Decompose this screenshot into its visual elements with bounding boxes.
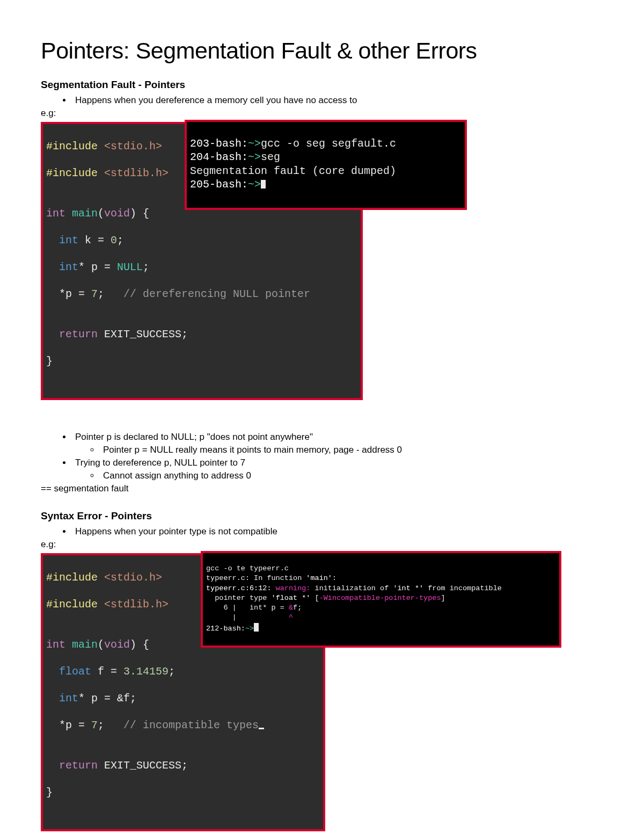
code-token: ) { — [130, 207, 149, 220]
page-title: Pointers: Segmentation Fault & other Err… — [41, 38, 603, 64]
term-token: : — [332, 574, 336, 582]
code-token: <stdlib.h> — [98, 167, 169, 179]
code-token: <stdlib.h> — [98, 598, 169, 611]
code-token: *p = — [46, 719, 91, 731]
code-token: } — [46, 786, 320, 799]
code-token: <stdio.h> — [98, 571, 162, 584]
term-token: 6 | int* p = — [206, 604, 289, 612]
term-token: 203-bash: — [190, 137, 248, 150]
code-token: EXIT_SUCCESS; — [98, 759, 188, 772]
term-token: | — [206, 613, 289, 621]
list-item: Pointer p = NULL really means it points … — [100, 445, 603, 455]
code-token: main — [65, 207, 98, 220]
list-item: Happens when you dereference a memory ce… — [72, 95, 603, 106]
term-token: -Wincompatible-pointer-types — [319, 594, 441, 602]
code-token: 7 — [91, 288, 98, 300]
code-token: } — [46, 354, 357, 368]
term-token: warning: — [276, 584, 315, 592]
list: Happens when you dereference a memory ce… — [41, 95, 603, 106]
sublist: Cannot assign anything to address 0 — [41, 470, 603, 481]
code-token: * p = &f; — [78, 692, 136, 705]
code-token: ; — [143, 261, 149, 273]
cursor-icon — [261, 180, 266, 188]
term-token: ~> — [245, 625, 254, 633]
term-token: 'float *' — [272, 594, 311, 602]
code-example-segfault: #include <stdio.h> #include <stdlib.h> i… — [41, 122, 363, 400]
code-token: int — [46, 639, 65, 651]
term-token: pointer type — [206, 594, 272, 602]
code-token: ) { — [130, 639, 149, 651]
term-token: 212-bash: — [206, 625, 245, 633]
term-token: initialization of — [315, 584, 393, 592]
term-token: f; — [293, 604, 302, 612]
term-token: 204-bash: — [190, 151, 248, 163]
code-token: f = — [91, 665, 123, 678]
section-heading-segfault: Segmentation Fault - Pointers — [41, 79, 603, 91]
term-token: & — [289, 604, 293, 612]
code-token: int — [46, 207, 65, 220]
cursor-icon — [259, 728, 264, 729]
label-eg: e.g: — [41, 539, 603, 550]
code-token: 3.14159 — [123, 665, 169, 678]
code-token: ; — [169, 665, 175, 678]
term-token: gcc -o te typeerr.c — [206, 564, 289, 572]
code-token: 0 — [111, 234, 117, 246]
term-token: ~> — [248, 151, 261, 163]
term-token: ~> — [248, 137, 261, 150]
list-item: Happens when your pointer type is not co… — [72, 526, 603, 537]
code-token: void — [104, 207, 130, 220]
term-token: ] — [441, 594, 445, 602]
code-token: NULL — [117, 261, 143, 273]
code-token: main — [65, 639, 98, 651]
term-token: from incompatible — [423, 584, 502, 592]
term-token: 205-bash: — [190, 178, 248, 191]
term-token: 'int *' — [393, 584, 423, 592]
result-line: == segmentation fault — [41, 483, 603, 494]
terminal-output: 203-bash:~>gcc -o seg segfault.c 204-bas… — [185, 120, 467, 210]
term-token: typeerr.c:6:12: — [206, 584, 276, 592]
label-eg: e.g: — [41, 108, 603, 119]
term-token: typeerr.c: In function — [206, 574, 306, 582]
list: Happens when your pointer type is not co… — [41, 526, 603, 537]
code-token: <stdio.h> — [98, 140, 162, 153]
term-token: [ — [310, 594, 319, 602]
code-token: ( — [98, 639, 104, 651]
list-item: Cannot assign anything to address 0 — [100, 470, 603, 481]
code-token: * p = — [78, 261, 117, 273]
list-item: Trying to dereference p, NULL pointer to… — [72, 458, 603, 468]
code-token: return — [46, 759, 98, 772]
code-token: k = — [78, 234, 111, 246]
code-token: float — [46, 665, 91, 678]
list: Pointer p is declared to NULL; p "does n… — [41, 432, 603, 443]
code-token: ; — [117, 234, 123, 246]
code-token: #include — [46, 571, 98, 584]
sublist: Pointer p = NULL really means it points … — [41, 445, 603, 455]
code-token: int — [46, 234, 78, 246]
terminal-output: gcc -o te typeerr.c typeerr.c: In functi… — [201, 551, 561, 648]
code-token: return — [46, 328, 98, 340]
code-example-syntax: #include <stdio.h> #include <stdlib.h> i… — [41, 553, 363, 831]
code-token: ; — [98, 719, 123, 731]
code-token: 7 — [91, 719, 98, 731]
term-token: ~> — [248, 178, 261, 191]
term-token: 'main' — [306, 574, 332, 582]
code-token: int — [46, 692, 78, 705]
code-token: #include — [46, 140, 98, 153]
code-token: // dereferencing NULL pointer — [123, 288, 310, 300]
code-token: EXIT_SUCCESS; — [98, 328, 188, 340]
cursor-icon — [254, 623, 259, 632]
list-item: Pointer p is declared to NULL; p "does n… — [72, 432, 603, 443]
term-token: gcc -o seg segfault.c — [261, 137, 396, 150]
section-heading-syntax: Syntax Error - Pointers — [41, 510, 603, 522]
code-token: // incompatible types — [123, 719, 259, 731]
term-token: Segmentation fault (core dumped) — [190, 165, 396, 177]
list: Trying to dereference p, NULL pointer to… — [41, 458, 603, 468]
code-token: int — [46, 261, 78, 273]
code-token: void — [104, 639, 130, 651]
term-token: seg — [261, 151, 280, 163]
code-token: #include — [46, 598, 98, 611]
code-token: *p = — [46, 288, 91, 300]
code-token: ( — [98, 207, 104, 220]
code-token: #include — [46, 167, 98, 179]
term-token: ^ — [289, 613, 293, 621]
